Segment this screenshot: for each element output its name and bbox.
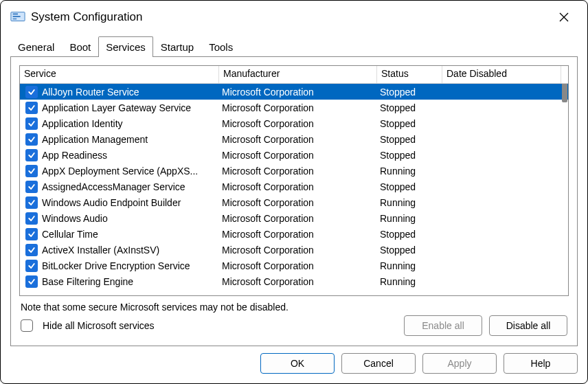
note-text: Note that some secure Microsoft services…: [11, 299, 577, 314]
service-name: AssignedAccessManager Service: [42, 181, 185, 192]
col-service[interactable]: Service: [20, 66, 219, 83]
service-name: Base Filtering Engine: [42, 276, 133, 287]
hide-microsoft-checkbox[interactable]: [21, 319, 33, 332]
service-checkbox[interactable]: [25, 228, 38, 240]
manufacturer: Microsoft Corporation: [219, 245, 377, 256]
titlebar: System Configuration: [1, 1, 587, 34]
tab-general[interactable]: General: [10, 36, 62, 57]
scrollbar-thumb[interactable]: [562, 84, 567, 102]
manufacturer: Microsoft Corporation: [219, 150, 377, 161]
status: Running: [377, 166, 442, 177]
service-checkbox[interactable]: [25, 212, 38, 225]
status: Running: [377, 213, 442, 224]
service-checkbox[interactable]: [25, 275, 38, 288]
status: Stopped: [377, 102, 442, 113]
table-row[interactable]: Base Filtering EngineMicrosoft Corporati…: [20, 273, 568, 289]
apply-button[interactable]: Apply: [422, 353, 497, 374]
hide-microsoft-label[interactable]: Hide all Microsoft services: [43, 320, 155, 331]
enable-all-button[interactable]: Enable all: [404, 315, 482, 336]
service-checkbox[interactable]: [25, 244, 38, 256]
status: Stopped: [377, 150, 442, 161]
service-name: Cellular Time: [42, 229, 98, 240]
tab-boot[interactable]: Boot: [62, 36, 98, 57]
tab-startup[interactable]: Startup: [153, 36, 201, 57]
col-manufacturer[interactable]: Manufacturer: [219, 66, 377, 83]
service-checkbox[interactable]: [25, 165, 38, 177]
service-checkbox[interactable]: [25, 149, 38, 161]
svg-rect-3: [13, 19, 17, 19]
table-row[interactable]: ActiveX Installer (AxInstSV)Microsoft Co…: [20, 242, 568, 258]
manufacturer: Microsoft Corporation: [219, 118, 377, 129]
status: Stopped: [377, 134, 442, 145]
service-name: Application Layer Gateway Service: [42, 102, 191, 113]
manufacturer: Microsoft Corporation: [219, 260, 377, 271]
table-row[interactable]: AllJoyn Router ServiceMicrosoft Corporat…: [20, 84, 568, 100]
service-name: ActiveX Installer (AxInstSV): [42, 245, 159, 256]
service-name: Application Management: [42, 134, 148, 145]
manufacturer: Microsoft Corporation: [219, 276, 377, 287]
svg-rect-2: [13, 16, 21, 17]
app-icon: [10, 10, 25, 25]
tab-services[interactable]: Services: [98, 36, 153, 57]
service-name: Windows Audio Endpoint Builder: [42, 197, 181, 208]
table-row[interactable]: Windows Audio Endpoint BuilderMicrosoft …: [20, 194, 568, 210]
service-name: AppX Deployment Service (AppXS...: [42, 166, 198, 177]
service-checkbox[interactable]: [25, 86, 38, 98]
status: Running: [377, 197, 442, 208]
table-row[interactable]: App ReadinessMicrosoft CorporationStoppe…: [20, 147, 568, 163]
status: Stopped: [377, 87, 442, 98]
service-name: Windows Audio: [42, 213, 108, 224]
manufacturer: Microsoft Corporation: [219, 229, 377, 240]
status: Stopped: [377, 229, 442, 240]
tabstrip: General Boot Services Startup Tools: [1, 34, 587, 57]
close-icon[interactable]: [556, 9, 572, 25]
table-row[interactable]: Application Layer Gateway ServiceMicroso…: [20, 100, 568, 115]
service-checkbox[interactable]: [25, 196, 38, 209]
services-list: Service Manufacturer Status Date Disable…: [19, 65, 569, 296]
tab-tools[interactable]: Tools: [201, 36, 240, 57]
table-row[interactable]: Windows AudioMicrosoft CorporationRunnin…: [20, 210, 568, 226]
table-row[interactable]: Cellular TimeMicrosoft CorporationStoppe…: [20, 226, 568, 242]
service-checkbox[interactable]: [25, 117, 38, 130]
manufacturer: Microsoft Corporation: [219, 166, 377, 177]
table-row[interactable]: BitLocker Drive Encryption ServiceMicros…: [20, 258, 568, 273]
table-row[interactable]: Application ManagementMicrosoft Corporat…: [20, 131, 568, 147]
manufacturer: Microsoft Corporation: [219, 102, 377, 113]
manufacturer: Microsoft Corporation: [219, 197, 377, 208]
service-checkbox[interactable]: [25, 102, 38, 114]
status: Running: [377, 276, 442, 287]
manufacturer: Microsoft Corporation: [219, 213, 377, 224]
service-name: Application Identity: [42, 118, 123, 129]
cancel-button[interactable]: Cancel: [341, 353, 416, 374]
system-configuration-window: System Configuration General Boot Servic…: [0, 0, 588, 384]
col-status[interactable]: Status: [377, 66, 442, 83]
status: Running: [377, 260, 442, 271]
manufacturer: Microsoft Corporation: [219, 181, 377, 192]
service-name: App Readiness: [42, 150, 107, 161]
disable-all-button[interactable]: Disable all: [489, 315, 567, 336]
tabpage-services: Service Manufacturer Status Date Disable…: [10, 57, 578, 346]
status: Stopped: [377, 118, 442, 129]
service-checkbox[interactable]: [25, 260, 38, 272]
service-name: AllJoyn Router Service: [42, 87, 139, 98]
status: Stopped: [377, 245, 442, 256]
services-rows[interactable]: AllJoyn Router ServiceMicrosoft Corporat…: [20, 84, 568, 295]
window-title: System Configuration: [31, 10, 556, 24]
help-button[interactable]: Help: [504, 353, 578, 374]
ok-button[interactable]: OK: [260, 353, 335, 374]
col-date-disabled[interactable]: Date Disabled: [442, 66, 561, 83]
manufacturer: Microsoft Corporation: [219, 134, 377, 145]
status: Stopped: [377, 181, 442, 192]
service-name: BitLocker Drive Encryption Service: [42, 260, 190, 271]
service-checkbox[interactable]: [25, 181, 38, 193]
table-row[interactable]: Application IdentityMicrosoft Corporatio…: [20, 115, 568, 131]
table-row[interactable]: AssignedAccessManager ServiceMicrosoft C…: [20, 179, 568, 194]
dialog-footer: OK Cancel Apply Help: [1, 346, 587, 383]
column-headers[interactable]: Service Manufacturer Status Date Disable…: [20, 66, 568, 84]
service-checkbox[interactable]: [25, 133, 38, 146]
table-row[interactable]: AppX Deployment Service (AppXS...Microso…: [20, 163, 568, 179]
manufacturer: Microsoft Corporation: [219, 87, 377, 98]
svg-rect-1: [13, 14, 18, 15]
